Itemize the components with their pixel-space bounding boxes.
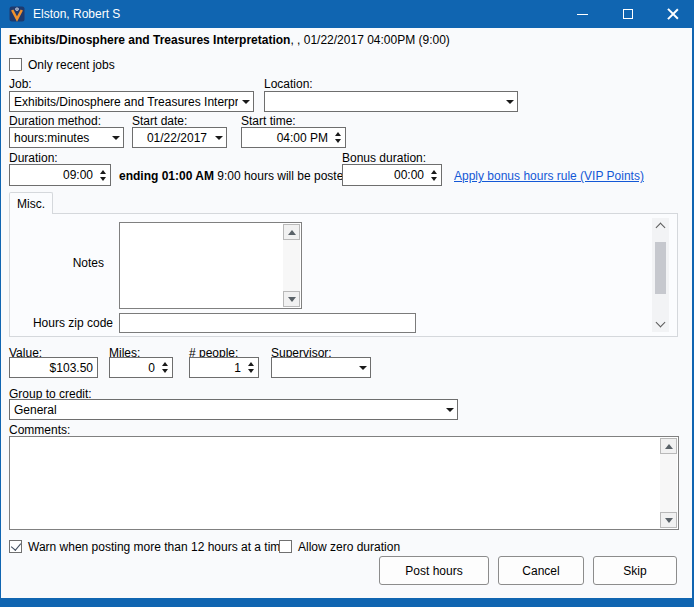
only-recent-jobs-label: Only recent jobs xyxy=(28,58,115,72)
app-logo-icon xyxy=(9,6,25,22)
start-time-spinner[interactable]: 04:00 PM xyxy=(241,127,346,148)
chevron-down-icon xyxy=(211,128,226,147)
spinner-arrows-icon[interactable] xyxy=(96,165,110,185)
comments-label: Comments: xyxy=(9,423,70,437)
window-bottom-border xyxy=(1,598,694,607)
ending-time: ending 01:00 AM xyxy=(119,169,214,183)
job-label: Job: xyxy=(9,77,32,91)
post-hours-dialog: Elston, Robert S Exhibits/Dinosphere and… xyxy=(0,0,694,607)
duration-method-value: hours:minutes xyxy=(10,128,108,147)
notes-scrollbar[interactable] xyxy=(283,224,300,307)
notes-label: Notes xyxy=(21,256,104,270)
scroll-up-icon[interactable] xyxy=(660,438,677,454)
comments-scrollbar[interactable] xyxy=(660,438,677,528)
chevron-down-icon xyxy=(355,358,370,377)
chevron-down-icon xyxy=(238,92,253,111)
spinner-arrows-icon[interactable] xyxy=(244,358,258,377)
miles-spinner[interactable]: 0 xyxy=(109,357,173,378)
scroll-down-icon[interactable] xyxy=(660,512,677,528)
maximize-button[interactable] xyxy=(605,0,650,28)
comments-textarea[interactable] xyxy=(9,436,679,530)
job-dropdown[interactable]: Exhibits/Dinosphere and Treasures Interp… xyxy=(9,91,254,112)
post-hours-button[interactable]: Post hours xyxy=(379,556,489,585)
cancel-button[interactable]: Cancel xyxy=(498,556,584,585)
skip-button[interactable]: Skip xyxy=(593,556,677,585)
warn-12-hours-label: Warn when posting more than 12 hours at … xyxy=(28,540,287,554)
scroll-up-icon[interactable] xyxy=(283,224,300,240)
scrollbar-thumb[interactable] xyxy=(655,242,666,294)
bonus-duration-value: 00:00 xyxy=(343,165,427,185)
value-input[interactable]: $103.50 xyxy=(9,357,98,378)
notes-textarea[interactable] xyxy=(119,222,302,309)
assignment-header: Exhibits/Dinosphere and Treasures Interp… xyxy=(9,33,450,47)
start-time-label: Start time: xyxy=(241,114,296,128)
bonus-duration-label: Bonus duration: xyxy=(342,151,426,165)
value-amount: $103.50 xyxy=(50,361,93,375)
start-date-label: Start date: xyxy=(132,114,187,128)
close-button[interactable] xyxy=(650,0,694,28)
people-value: 1 xyxy=(190,358,244,377)
panel-scrollbar[interactable] xyxy=(652,218,669,332)
chevron-down-icon xyxy=(502,92,517,111)
location-label: Location: xyxy=(264,77,313,91)
job-dropdown-value: Exhibits/Dinosphere and Treasures Interp… xyxy=(10,92,238,111)
titlebar: Elston, Robert S xyxy=(1,0,694,28)
warn-12-hours-checkbox[interactable] xyxy=(9,540,22,553)
supervisor-value xyxy=(272,358,355,377)
start-time-value: 04:00 PM xyxy=(242,128,331,147)
chevron-down-icon xyxy=(108,128,123,147)
ending-note: ending 01:00 AM 9:00 hours will be poste… xyxy=(119,169,350,183)
spinner-arrows-icon[interactable] xyxy=(158,358,172,377)
close-icon xyxy=(667,8,679,20)
maximize-icon xyxy=(623,9,633,19)
location-dropdown[interactable] xyxy=(264,91,518,112)
allow-zero-duration-checkbox[interactable] xyxy=(279,540,292,553)
window-title: Elston, Robert S xyxy=(33,0,120,28)
scroll-up-icon[interactable] xyxy=(656,223,666,233)
scroll-down-icon[interactable] xyxy=(283,291,300,307)
hours-zip-input[interactable] xyxy=(119,313,416,333)
apply-bonus-hours-link[interactable]: Apply bonus hours rule (VIP Points) xyxy=(454,169,644,183)
duration-spinner[interactable]: 09:00 xyxy=(9,164,111,186)
start-date-picker[interactable]: 01/22/2017 xyxy=(132,127,227,148)
duration-label: Duration: xyxy=(9,151,58,165)
minimize-icon xyxy=(577,14,588,15)
supervisor-dropdown[interactable] xyxy=(271,357,371,378)
duration-method-dropdown[interactable]: hours:minutes xyxy=(9,127,124,148)
people-spinner[interactable]: 1 xyxy=(189,357,259,378)
spinner-arrows-icon[interactable] xyxy=(331,128,345,147)
hours-zip-label: Hours zip code xyxy=(21,316,113,330)
chevron-down-icon xyxy=(442,400,457,419)
group-to-credit-value: General xyxy=(10,400,442,419)
tab-misc[interactable]: Misc. xyxy=(9,192,53,214)
start-date-value: 01/22/2017 xyxy=(133,128,211,147)
ending-hours-posted: 9:00 hours will be posted xyxy=(214,169,350,183)
duration-value: 09:00 xyxy=(10,165,96,185)
spinner-arrows-icon[interactable] xyxy=(427,165,441,185)
group-to-credit-dropdown[interactable]: General xyxy=(9,399,458,420)
duration-method-label: Duration method: xyxy=(9,114,101,128)
assignment-title: Exhibits/Dinosphere and Treasures Interp… xyxy=(9,33,290,47)
minimize-button[interactable] xyxy=(560,0,605,28)
allow-zero-duration-label: Allow zero duration xyxy=(298,540,400,554)
assignment-datetime: , , 01/22/2017 04:00PM (9:00) xyxy=(290,33,449,47)
miles-value: 0 xyxy=(110,358,158,377)
bonus-duration-spinner[interactable]: 00:00 xyxy=(342,164,442,186)
location-dropdown-value xyxy=(265,92,502,111)
scroll-down-icon[interactable] xyxy=(656,318,666,328)
only-recent-jobs-checkbox[interactable] xyxy=(9,58,22,71)
